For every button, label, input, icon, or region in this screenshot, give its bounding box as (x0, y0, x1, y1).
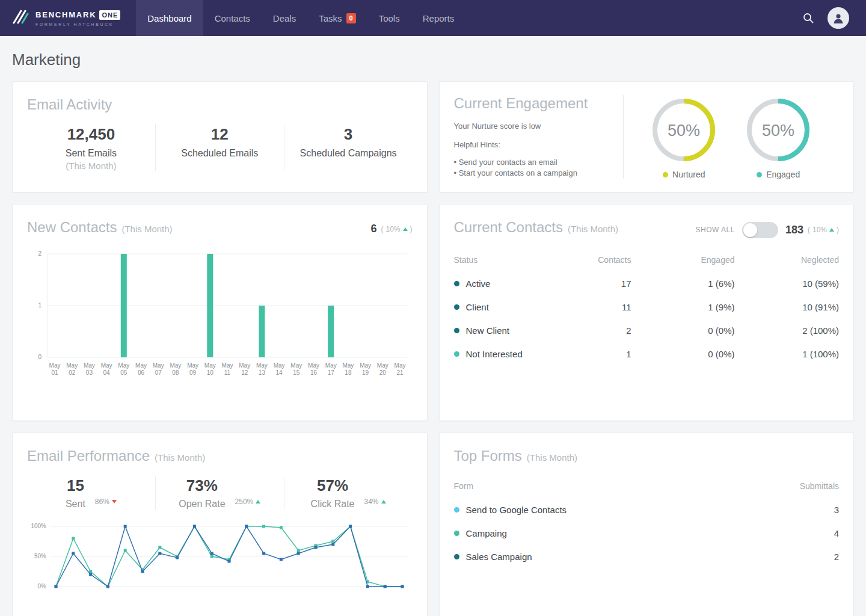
svg-text:03: 03 (86, 369, 93, 376)
svg-text:16: 16 (310, 369, 318, 376)
stat-change: 86% (95, 497, 117, 510)
email-performance-title: Email Performance (27, 448, 150, 464)
contacts-value: 11 (559, 302, 631, 312)
top-forms-subtitle: (This Month) (527, 452, 577, 463)
brand-logo[interactable]: BENCHMARK ONE FORMERLY HATCHBUCK (0, 0, 136, 36)
svg-text:May: May (118, 362, 129, 369)
nav-item-deals[interactable]: Deals (262, 0, 307, 36)
form-dot (454, 507, 459, 513)
svg-text:04: 04 (103, 369, 111, 376)
neglected-value: 10 (59%) (735, 279, 840, 289)
brand-name: BENCHMARK (35, 10, 96, 19)
nav-item-reports[interactable]: Reports (411, 0, 466, 36)
svg-text:May: May (66, 362, 78, 369)
brand-tagline: FORMERLY HATCHBUCK (35, 22, 120, 26)
nav-item-tasks[interactable]: Tasks 0 (307, 0, 367, 36)
table-row[interactable]: Campaing 4 (454, 522, 840, 545)
nav-label: Tasks (319, 13, 342, 23)
new-contacts-change: ( 10% ) (381, 225, 412, 233)
stat-sent-emails: 12,450 Sent Emails (This Month) (27, 124, 155, 171)
contacts-value: 17 (559, 279, 631, 289)
svg-text:08: 08 (172, 369, 179, 376)
stat-change: 34% (364, 497, 386, 510)
email-performance-subtitle: (This Month) (155, 452, 205, 463)
neglected-value: 1 (100%) (735, 349, 840, 359)
user-avatar[interactable] (828, 7, 849, 29)
svg-text:May: May (274, 362, 285, 369)
stat-scheduled-campaigns: 3 Scheduled Campaigns (284, 124, 413, 171)
tasks-count-badge: 0 (346, 13, 356, 23)
svg-text:14: 14 (276, 369, 283, 376)
email-performance-line-chart: 0%50%100% (27, 522, 413, 605)
stat-value: 57% (311, 476, 355, 495)
table-row[interactable]: New Client 2 0 (0%) 2 (100%) (454, 319, 840, 342)
svg-text:0%: 0% (38, 583, 47, 590)
svg-text:50%: 50% (668, 122, 700, 140)
submittals-value: 4 (773, 528, 839, 538)
svg-text:May: May (239, 362, 250, 369)
change-value: 10% (812, 226, 827, 234)
new-contacts-total: 6 (370, 223, 376, 235)
hint-item: Send your contacts an email (454, 158, 609, 167)
change-value: 86% (95, 497, 109, 506)
gauge-label-text: Nurtured (672, 170, 705, 179)
paren: ) (410, 225, 413, 233)
nurtured-dot (663, 172, 668, 177)
status-dot (454, 351, 459, 357)
top-forms-title: Top Forms (454, 448, 522, 464)
svg-text:50%: 50% (762, 122, 794, 140)
svg-text:50%: 50% (34, 553, 46, 559)
card-email-performance: Email Performance (This Month) 15 Sent 8… (12, 433, 428, 616)
trend-down-icon (112, 500, 117, 504)
svg-text:May: May (360, 362, 371, 369)
stat-value: 15 (66, 476, 85, 495)
table-row[interactable]: Client 11 1 (9%) 10 (91%) (454, 295, 840, 319)
top-navigation: BENCHMARK ONE FORMERLY HATCHBUCK Dashboa… (0, 0, 866, 36)
svg-text:May: May (153, 362, 164, 369)
stat-value: 3 (284, 125, 413, 144)
engaged-value: 1 (9%) (631, 302, 735, 312)
stat-click-rate: 57% Click Rate 34% (284, 476, 413, 510)
helpful-hints-title: Helpful Hints: (454, 140, 609, 149)
stat-scheduled-emails: 12 Scheduled Emails (155, 124, 284, 171)
col-status: Status (454, 255, 559, 265)
status-dot (454, 328, 459, 333)
stat-label: Sent (66, 499, 85, 510)
nav-item-contacts[interactable]: Contacts (203, 0, 262, 36)
table-header: Form Submittals (454, 476, 840, 498)
nurture-score-text: Your Nurture score is low (454, 122, 609, 131)
svg-text:100%: 100% (31, 523, 46, 529)
svg-text:May: May (204, 362, 216, 369)
svg-text:18: 18 (345, 369, 352, 376)
table-row[interactable]: Sales Campaign 2 (454, 545, 840, 568)
neglected-value: 2 (100%) (735, 325, 840, 336)
table-row[interactable]: Send to Google Contacts 3 (454, 498, 840, 522)
show-all-toggle[interactable] (742, 222, 778, 238)
main-nav: Dashboard Contacts Deals Tasks 0 Tools R… (136, 0, 465, 36)
nav-item-tools[interactable]: Tools (367, 0, 411, 36)
svg-text:19: 19 (362, 369, 369, 376)
neglected-value: 10 (91%) (735, 302, 840, 312)
engaged-value: 0 (0%) (631, 349, 735, 359)
table-row[interactable]: Not Interested 1 0 (0%) 1 (100%) (454, 342, 840, 366)
stat-value: 73% (179, 476, 225, 495)
paren: ) (837, 226, 839, 234)
svg-text:May: May (395, 362, 406, 369)
search-icon[interactable] (802, 12, 814, 24)
card-current-contacts: Current Contacts (This Month) SHOW ALL 1… (439, 204, 855, 421)
svg-text:11: 11 (224, 369, 231, 376)
current-contacts-title: Current Contacts (454, 219, 563, 236)
svg-text:May: May (84, 362, 95, 369)
hint-item: Start your contacts on a campaign (454, 168, 609, 177)
svg-text:May: May (101, 362, 112, 369)
svg-text:09: 09 (189, 369, 197, 376)
status-label: Not Interested (466, 349, 523, 359)
nav-item-dashboard[interactable]: Dashboard (136, 0, 203, 36)
nav-label: Contacts (215, 13, 250, 23)
table-header: Status Contacts Engaged Neglected (454, 250, 840, 272)
trend-up-icon (403, 227, 408, 231)
stat-change: 250% (235, 497, 261, 510)
table-row[interactable]: Active 17 1 (6%) 10 (59%) (454, 272, 840, 295)
form-dot (454, 554, 459, 559)
svg-text:13: 13 (259, 369, 266, 376)
